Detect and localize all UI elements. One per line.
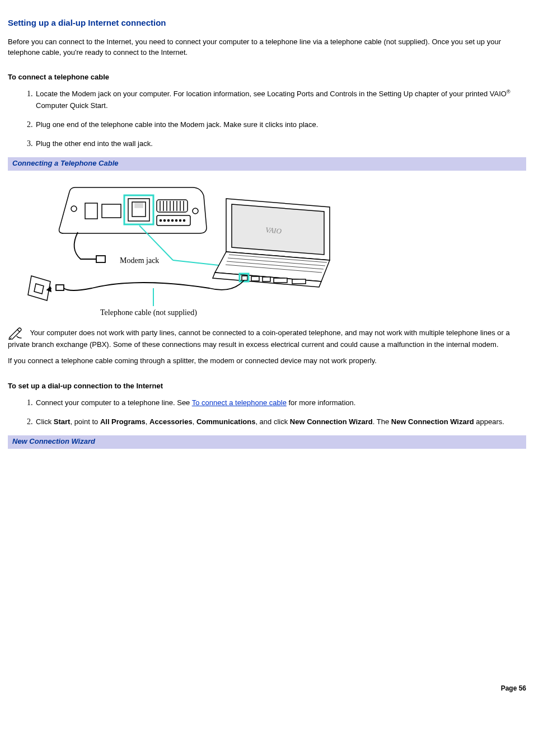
step-text: , point to <box>70 417 100 426</box>
step-text: , and click <box>255 417 289 426</box>
figure-caption: Connecting a Telephone Cable <box>8 157 526 171</box>
page-number: Page 56 <box>8 684 526 693</box>
svg-point-17 <box>168 220 170 222</box>
svg-rect-37 <box>56 285 64 290</box>
step-text: . The <box>373 417 391 426</box>
svg-line-42 <box>10 338 11 340</box>
svg-point-1 <box>193 208 198 214</box>
svg-rect-31 <box>242 276 247 280</box>
label-modem-jack: Modem jack <box>120 256 159 265</box>
step-bold: New Connection Wizard <box>290 417 373 426</box>
step-bold: Accessories <box>149 417 193 426</box>
note-splitter: If you connect a telephone cable coming … <box>8 356 526 367</box>
svg-rect-5 <box>157 200 188 212</box>
svg-point-15 <box>160 220 162 222</box>
step-text: , <box>146 417 149 426</box>
step-text: , <box>193 417 196 426</box>
step-bold: Start <box>54 417 71 426</box>
note-icon <box>8 327 22 340</box>
setup-dialup-steps: Connect your computer to a telephone lin… <box>8 397 526 428</box>
figure-caption: New Connection Wizard <box>8 435 526 449</box>
list-item: Locate the Modem jack on your computer. … <box>35 88 526 111</box>
step-bold: Communications <box>196 417 255 426</box>
step-text: Connect your computer to a telephone lin… <box>36 398 192 407</box>
step-bold: New Connection Wizard <box>391 417 474 426</box>
label-telephone-cable: Telephone cable (not supplied) <box>100 308 197 317</box>
svg-rect-22 <box>85 203 97 219</box>
svg-rect-23 <box>102 204 121 218</box>
step-text: Plug the other end into the wall jack. <box>36 139 153 148</box>
step-text: Computer Quick Start. <box>36 101 108 110</box>
svg-point-20 <box>180 220 181 222</box>
registered-mark: ® <box>507 89 510 95</box>
list-item: Click Start, point to All Programs, Acce… <box>35 416 526 428</box>
svg-rect-35 <box>292 279 306 284</box>
intro-paragraph: Before you can connect to the Internet, … <box>8 37 526 58</box>
list-item: Plug the other end into the wall jack. <box>35 138 526 149</box>
link-connect-telephone-cable[interactable]: To connect a telephone cable <box>192 398 287 407</box>
setup-dialup-heading: To set up a dial-up connection to the In… <box>8 381 526 392</box>
svg-point-18 <box>172 220 174 222</box>
svg-rect-32 <box>251 276 259 281</box>
step-text: appears. <box>474 417 504 426</box>
note-paragraph: Your computer does not work with party l… <box>8 327 526 350</box>
svg-point-16 <box>164 220 166 222</box>
connect-cable-heading: To connect a telephone cable <box>8 72 526 83</box>
svg-rect-4 <box>135 203 143 208</box>
step-text: Click <box>36 417 54 426</box>
connect-cable-steps: Locate the Modem jack on your computer. … <box>8 88 526 149</box>
section-title: Setting up a dial-up Internet connection <box>8 17 526 29</box>
step-text: Plug one end of the telephone cable into… <box>36 120 318 129</box>
svg-rect-34 <box>274 278 287 283</box>
diagram-illustration: Modem jack VAIO <box>25 176 338 322</box>
figure-connecting-cable: Modem jack VAIO <box>8 171 526 327</box>
note-text: Your computer does not work with party l… <box>8 329 510 349</box>
svg-rect-38 <box>96 256 105 262</box>
step-text: Locate the Modem jack on your computer. … <box>36 90 507 98</box>
svg-point-21 <box>184 220 185 222</box>
step-bold: All Programs <box>100 417 146 426</box>
svg-rect-33 <box>263 277 270 281</box>
svg-point-0 <box>71 206 77 212</box>
step-text: for more information. <box>287 398 356 407</box>
label-vaio-logo: VAIO <box>265 226 282 235</box>
svg-point-19 <box>176 220 177 222</box>
list-item: Connect your computer to a telephone lin… <box>35 397 526 408</box>
list-item: Plug one end of the telephone cable into… <box>35 119 526 130</box>
